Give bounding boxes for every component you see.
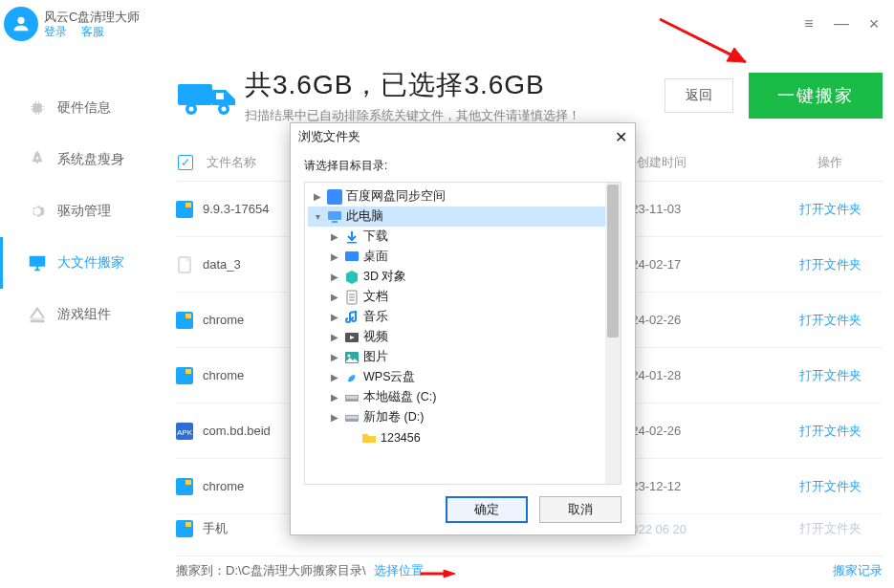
apk-icon: APK bbox=[176, 423, 193, 440]
expand-toggle-icon[interactable]: ▶ bbox=[329, 251, 340, 262]
tree-node[interactable]: ▶桌面 bbox=[308, 247, 618, 267]
sidebar-item-game[interactable]: 游戏组件 bbox=[0, 289, 163, 340]
sidebar-item-slim[interactable]: 系统盘瘦身 bbox=[0, 134, 163, 185]
tree-node[interactable]: ▶图片 bbox=[308, 347, 618, 367]
drive-icon bbox=[27, 304, 48, 325]
file-time: 024-02-26 bbox=[624, 424, 777, 438]
tree-node-label: WPS云盘 bbox=[363, 369, 415, 385]
tree-node[interactable]: ▶下载 bbox=[308, 227, 618, 247]
tree-node[interactable]: •123456 bbox=[308, 427, 618, 447]
open-folder-link[interactable]: 打开文件夹 bbox=[777, 201, 883, 218]
sidebar-item-bigfile[interactable]: 大文件搬家 bbox=[0, 237, 163, 289]
support-link[interactable]: 客服 bbox=[81, 25, 104, 38]
user-icon bbox=[11, 13, 32, 34]
tree-node-label: 桌面 bbox=[363, 249, 388, 265]
expand-toggle-icon[interactable]: ▶ bbox=[329, 312, 340, 322]
ok-button[interactable]: 确定 bbox=[446, 496, 528, 523]
back-button[interactable]: 返回 bbox=[665, 78, 733, 113]
wps-icon bbox=[344, 370, 360, 385]
open-folder-link[interactable]: 打开文件夹 bbox=[777, 520, 883, 537]
svg-rect-25 bbox=[327, 189, 342, 205]
open-folder-link[interactable]: 打开文件夹 bbox=[777, 312, 883, 329]
file-time: 023-11-03 bbox=[624, 202, 777, 216]
tree-scrollbar[interactable] bbox=[605, 183, 621, 484]
rocket-icon bbox=[27, 149, 48, 170]
tree-node[interactable]: ▶WPS云盘 bbox=[308, 367, 618, 387]
file-time: 024-02-26 bbox=[624, 313, 777, 327]
expand-toggle-icon[interactable]: ▶ bbox=[312, 191, 323, 202]
svg-rect-28 bbox=[347, 242, 357, 244]
svg-text:APK: APK bbox=[177, 428, 193, 437]
tree-node[interactable]: ▶视频 bbox=[308, 327, 618, 347]
doc-icon bbox=[344, 290, 360, 305]
title-bar: 风云C盘清理大师 登录 客服 ≡ — × bbox=[0, 0, 894, 48]
installer-icon bbox=[176, 367, 193, 384]
expand-toggle-icon[interactable]: ▶ bbox=[329, 272, 340, 282]
svg-rect-18 bbox=[185, 522, 191, 527]
tree-node-label: 文档 bbox=[363, 289, 388, 305]
svg-rect-41 bbox=[346, 416, 358, 419]
expand-toggle-icon[interactable]: ▶ bbox=[329, 372, 340, 382]
expand-toggle-icon[interactable]: ▶ bbox=[329, 412, 340, 423]
drive-icon bbox=[344, 410, 360, 425]
choose-location-link[interactable]: 选择位置 bbox=[374, 562, 424, 579]
tree-node[interactable]: ▶新加卷 (D:) bbox=[308, 407, 618, 427]
open-folder-link[interactable]: 打开文件夹 bbox=[777, 478, 883, 495]
tree-node[interactable]: ▾此电脑 bbox=[308, 207, 618, 227]
col-op: 操作 bbox=[777, 154, 883, 171]
file-time: 023-12-12 bbox=[624, 479, 777, 493]
close-icon[interactable]: × bbox=[865, 15, 883, 33]
tree-node[interactable]: ▶本地磁盘 (C:) bbox=[308, 387, 618, 407]
expand-toggle-icon[interactable]: ▶ bbox=[329, 332, 340, 342]
expand-toggle-icon[interactable]: ▾ bbox=[312, 211, 323, 222]
dialog-close-icon[interactable]: ✕ bbox=[615, 128, 627, 146]
folder-tree: ▶百度网盘同步空间▾此电脑▶下载▶桌面▶3D 对象▶文档▶音乐▶视频▶图片▶WP… bbox=[304, 182, 621, 485]
open-folder-link[interactable]: 打开文件夹 bbox=[777, 256, 883, 273]
expand-toggle-icon[interactable]: ▶ bbox=[329, 352, 340, 362]
menu-icon[interactable]: ≡ bbox=[800, 15, 818, 33]
sidebar-item-label: 大文件搬家 bbox=[57, 254, 124, 272]
pc-icon bbox=[327, 209, 342, 225]
cancel-button[interactable]: 取消 bbox=[539, 496, 621, 523]
dialog-titlebar: 浏览文件夹 ✕ bbox=[291, 123, 635, 150]
monitor-arrow-icon bbox=[27, 252, 48, 273]
primary-action-button[interactable]: 一键搬家 bbox=[749, 73, 883, 119]
gear-icon bbox=[27, 201, 48, 222]
sidebar-item-hardware[interactable]: 硬件信息 bbox=[0, 82, 163, 134]
music-icon bbox=[344, 310, 360, 325]
avatar[interactable] bbox=[4, 7, 38, 41]
browse-folder-dialog: 浏览文件夹 ✕ 请选择目标目录: ▶百度网盘同步空间▾此电脑▶下载▶桌面▶3D … bbox=[290, 122, 636, 535]
expand-toggle-icon[interactable]: ▶ bbox=[329, 292, 340, 302]
tree-node-label: 123456 bbox=[381, 431, 421, 445]
svg-rect-0 bbox=[178, 84, 212, 105]
expand-toggle-icon[interactable]: ▶ bbox=[329, 231, 340, 242]
sidebar-item-label: 驱动管理 bbox=[57, 203, 111, 220]
login-link[interactable]: 登录 bbox=[44, 25, 67, 38]
tree-node-label: 新加卷 (D:) bbox=[363, 409, 424, 425]
file-time: 2022 06 20 bbox=[624, 522, 777, 536]
svg-point-4 bbox=[222, 107, 227, 112]
open-folder-link[interactable]: 打开文件夹 bbox=[777, 423, 883, 440]
tree-node[interactable]: ▶音乐 bbox=[308, 307, 618, 327]
tree-node[interactable]: ▶百度网盘同步空间 bbox=[308, 186, 618, 207]
expand-toggle-icon[interactable]: • bbox=[346, 432, 358, 443]
svg-rect-29 bbox=[345, 251, 359, 261]
tree-node-label: 百度网盘同步空间 bbox=[346, 188, 446, 205]
scroll-thumb[interactable] bbox=[607, 185, 619, 338]
tree-node-label: 本地磁盘 (C:) bbox=[363, 389, 436, 405]
col-time: 件创建时间 bbox=[624, 154, 777, 171]
drive-icon bbox=[344, 390, 360, 405]
expand-toggle-icon[interactable]: ▶ bbox=[329, 392, 340, 403]
svg-rect-5 bbox=[216, 93, 224, 99]
sidebar: 硬件信息 系统盘瘦身 驱动管理 大文件搬家 游戏组件 bbox=[0, 48, 163, 564]
sidebar-item-driver[interactable]: 驱动管理 bbox=[0, 185, 163, 237]
window-controls: ≡ — × bbox=[800, 15, 883, 33]
select-all-checkbox[interactable] bbox=[178, 155, 193, 170]
minimize-icon[interactable]: — bbox=[833, 15, 850, 33]
svg-rect-27 bbox=[332, 221, 338, 223]
move-history-link[interactable]: 搬家记录 bbox=[833, 562, 883, 579]
tree-node[interactable]: ▶3D 对象 bbox=[308, 267, 618, 287]
tree-node[interactable]: ▶文档 bbox=[308, 287, 618, 307]
svg-point-37 bbox=[348, 354, 351, 357]
open-folder-link[interactable]: 打开文件夹 bbox=[777, 367, 883, 384]
